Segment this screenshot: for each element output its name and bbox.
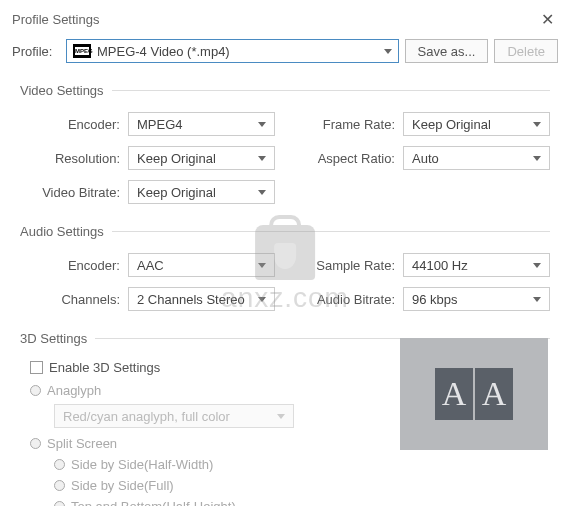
chevron-down-icon — [258, 190, 266, 195]
video-section-header: Video Settings — [20, 83, 550, 98]
video-encoder-label: Encoder: — [30, 117, 120, 132]
video-bitrate-label: Video Bitrate: — [30, 185, 120, 200]
aspect-select[interactable]: Auto — [403, 146, 550, 170]
anaglyph-label: Anaglyph — [47, 383, 101, 398]
chevron-down-icon — [258, 156, 266, 161]
sbs-half-label: Side by Side(Half-Width) — [71, 457, 213, 472]
aspect-field: Aspect Ratio: Auto — [305, 146, 550, 170]
audio-section-header: Audio Settings — [20, 224, 550, 239]
anaglyph-mode-select: Red/cyan anaglyph, full color — [54, 404, 294, 428]
enable-3d-label: Enable 3D Settings — [49, 360, 160, 375]
divider — [112, 90, 550, 91]
chevron-down-icon — [533, 263, 541, 268]
audio-bitrate-label: Audio Bitrate: — [305, 292, 395, 307]
chevron-down-icon — [384, 49, 392, 54]
chevron-down-icon — [258, 122, 266, 127]
samplerate-select[interactable]: 44100 Hz — [403, 253, 550, 277]
video-bitrate-field: Video Bitrate: Keep Original — [30, 180, 275, 204]
window-title: Profile Settings — [12, 12, 99, 27]
tab-half-label: Top and Bottom(Half-Height) — [71, 499, 236, 506]
anaglyph-radio — [30, 385, 41, 396]
video-encoder-field: Encoder: MPEG4 — [30, 112, 275, 136]
samplerate-label: Sample Rate: — [305, 258, 395, 273]
close-icon[interactable]: ✕ — [537, 10, 558, 29]
divider — [112, 231, 550, 232]
enable-3d-checkbox[interactable] — [30, 361, 43, 374]
sbs-full-radio — [54, 480, 65, 491]
profile-select[interactable]: MPEG MPEG-4 Video (*.mp4) — [66, 39, 399, 63]
resolution-field: Resolution: Keep Original — [30, 146, 275, 170]
split-label: Split Screen — [47, 436, 117, 451]
3d-preview: A A — [400, 338, 548, 450]
framerate-label: Frame Rate: — [305, 117, 395, 132]
3d-section-title: 3D Settings — [20, 331, 95, 346]
video-section-title: Video Settings — [20, 83, 112, 98]
framerate-select[interactable]: Keep Original — [403, 112, 550, 136]
audio-bitrate-select[interactable]: 96 kbps — [403, 287, 550, 311]
profile-label: Profile: — [12, 44, 60, 59]
sbs-full-row: Side by Side(Full) — [54, 478, 550, 493]
chevron-down-icon — [533, 122, 541, 127]
sbs-half-row: Side by Side(Half-Width) — [54, 457, 550, 472]
sbs-half-radio — [54, 459, 65, 470]
chevron-down-icon — [277, 414, 285, 419]
channels-label: Channels: — [30, 292, 120, 307]
preview-a: A — [475, 368, 513, 420]
audio-grid: Encoder: AAC Sample Rate: 44100 Hz Chann… — [20, 253, 550, 311]
audio-bitrate-field: Audio Bitrate: 96 kbps — [305, 287, 550, 311]
chevron-down-icon — [258, 297, 266, 302]
video-bitrate-select[interactable]: Keep Original — [128, 180, 275, 204]
channels-select[interactable]: 2 Channels Stereo — [128, 287, 275, 311]
channels-field: Channels: 2 Channels Stereo — [30, 287, 275, 311]
mpeg-icon: MPEG — [73, 44, 91, 58]
split-radio — [30, 438, 41, 449]
titlebar: Profile Settings ✕ — [0, 0, 570, 35]
aspect-label: Aspect Ratio: — [305, 151, 395, 166]
audio-encoder-select[interactable]: AAC — [128, 253, 275, 277]
video-encoder-select[interactable]: MPEG4 — [128, 112, 275, 136]
framerate-field: Frame Rate: Keep Original — [305, 112, 550, 136]
tab-half-radio — [54, 501, 65, 506]
chevron-down-icon — [533, 297, 541, 302]
resolution-label: Resolution: — [30, 151, 120, 166]
audio-section-title: Audio Settings — [20, 224, 112, 239]
sbs-full-label: Side by Side(Full) — [71, 478, 174, 493]
samplerate-field: Sample Rate: 44100 Hz — [305, 253, 550, 277]
save-as-button[interactable]: Save as... — [405, 39, 489, 63]
audio-encoder-field: Encoder: AAC — [30, 253, 275, 277]
chevron-down-icon — [533, 156, 541, 161]
video-grid: Encoder: MPEG4 Frame Rate: Keep Original… — [20, 112, 550, 204]
preview-a: A — [435, 368, 473, 420]
tab-half-row: Top and Bottom(Half-Height) — [54, 499, 550, 506]
resolution-select[interactable]: Keep Original — [128, 146, 275, 170]
delete-button: Delete — [494, 39, 558, 63]
profile-row: Profile: MPEG MPEG-4 Video (*.mp4) Save … — [0, 35, 570, 71]
audio-encoder-label: Encoder: — [30, 258, 120, 273]
profile-value: MPEG-4 Video (*.mp4) — [97, 44, 384, 59]
chevron-down-icon — [258, 263, 266, 268]
